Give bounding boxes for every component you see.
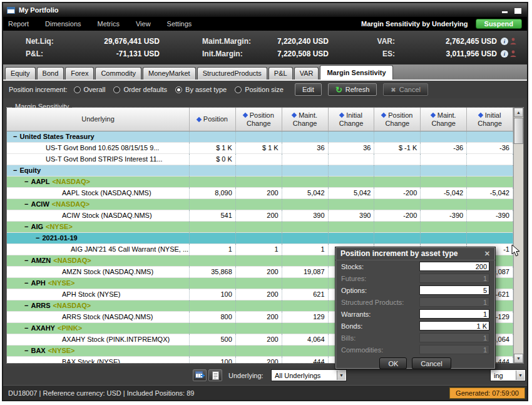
tab-bond[interactable]: Bond xyxy=(37,67,64,79)
table-row[interactable]: −2021-01-19 xyxy=(7,233,513,244)
table-row[interactable]: −AAPL<NASDAQ> xyxy=(7,177,513,188)
dialog-cancel-button[interactable]: Cancel xyxy=(412,357,451,369)
chevron-down-icon[interactable]: ▼ xyxy=(516,371,524,380)
tab-var[interactable]: VAR xyxy=(294,67,319,79)
info-icon[interactable]: i xyxy=(501,50,508,58)
value-cell: 500 xyxy=(190,334,236,346)
dialog-ok-button[interactable]: OK xyxy=(379,357,407,369)
collapse-toggle[interactable]: − xyxy=(13,131,17,142)
radio-circle[interactable] xyxy=(74,86,81,93)
column-config-icon[interactable] xyxy=(292,113,297,118)
tab-forex[interactable]: Forex xyxy=(65,67,94,79)
column-header-position-change[interactable]: PositionChange xyxy=(374,108,421,131)
table-row[interactable]: −Equity xyxy=(7,165,513,177)
column-config-icon[interactable] xyxy=(430,113,435,118)
column-header-position[interactable]: Position xyxy=(190,108,236,131)
scroll-down-button[interactable]: ▼ xyxy=(514,354,523,363)
person-icon[interactable] xyxy=(510,50,516,58)
radio-order-defaults[interactable]: Order defaults xyxy=(113,86,167,93)
column-config-icon[interactable] xyxy=(478,113,483,118)
table-row[interactable]: US-T Govt Bond STRIPS Interest 11...$ 0 … xyxy=(7,154,513,165)
table-row[interactable]: −AIG<NYSE> xyxy=(7,222,513,233)
column-header-maint-change[interactable]: Maint.Change xyxy=(421,108,467,131)
value-cell xyxy=(329,177,375,188)
radio-overall[interactable]: Overall xyxy=(74,86,106,93)
scrollbar-thumb[interactable] xyxy=(514,118,523,144)
radio-by-asset-type[interactable]: By asset type xyxy=(175,86,227,93)
menu-dimensions[interactable]: Dimensions xyxy=(45,20,81,28)
maximize-button[interactable] xyxy=(513,6,523,14)
value-cell xyxy=(236,300,282,312)
column-header-maint-change[interactable]: Maint.Change xyxy=(282,108,329,131)
radio-circle[interactable] xyxy=(175,86,182,93)
underlying-combo[interactable]: All Underlyings ▼ xyxy=(271,369,347,381)
person-icon[interactable] xyxy=(510,38,516,45)
tab-margin-sensitivity[interactable]: Margin Sensitivity xyxy=(320,65,392,79)
table-row[interactable]: ACIW Stock (NASDAQ.NMS)541200390390-200-… xyxy=(7,210,513,222)
scroll-up-button[interactable]: ▲ xyxy=(514,108,523,117)
bonds-input[interactable] xyxy=(419,321,489,331)
header-line: Position xyxy=(243,111,274,120)
exchange-tag: <NASDAQ> xyxy=(53,257,91,264)
column-header-initial-change[interactable]: InitialChange xyxy=(329,108,375,131)
tab-equity[interactable]: Equity xyxy=(5,67,36,79)
collapse-toggle[interactable]: − xyxy=(24,177,28,187)
column-config-icon[interactable] xyxy=(197,116,202,121)
bottom-right-combo[interactable]: ing ▼ xyxy=(490,369,526,381)
collapse-toggle[interactable]: − xyxy=(24,199,28,210)
radio-position-size[interactable]: Position size xyxy=(235,86,284,93)
collapse-toggle[interactable]: − xyxy=(24,255,28,266)
net-liq-label: Net.Liq: xyxy=(26,37,81,46)
collapse-toggle[interactable]: − xyxy=(24,323,28,334)
value-cell: -200 xyxy=(374,210,421,222)
refresh-button[interactable]: ↻Refresh xyxy=(328,83,377,96)
table-row[interactable]: AAPL Stock (NASDAQ.NMS)8,0902005,0425,04… xyxy=(7,188,513,199)
tab-p-l[interactable]: P&L xyxy=(269,67,293,79)
collapse-toggle[interactable]: − xyxy=(24,346,28,356)
value-cell xyxy=(421,165,467,177)
column-config-icon[interactable] xyxy=(339,113,344,118)
dialog-close-icon[interactable]: ✕ xyxy=(484,250,490,258)
collapse-toggle[interactable]: − xyxy=(24,300,28,311)
menu-report[interactable]: Report xyxy=(8,20,29,28)
radio-circle[interactable] xyxy=(235,86,242,93)
table-row[interactable]: −United States Treasury xyxy=(7,131,513,143)
stocks-input[interactable] xyxy=(419,262,489,271)
collapse-toggle[interactable]: − xyxy=(36,233,39,244)
vertical-scrollbar[interactable]: ▲ ▼ xyxy=(513,108,523,363)
cancel-button[interactable]: ✖Cancel xyxy=(383,83,428,96)
chevron-down-icon[interactable]: ▼ xyxy=(337,371,345,380)
menu-metrics[interactable]: Metrics xyxy=(98,20,120,28)
column-config-icon[interactable] xyxy=(381,113,386,118)
field-label: Bills: xyxy=(341,334,419,342)
tab-commodity[interactable]: Commodity xyxy=(95,67,141,79)
table-row[interactable]: US-T Govt Bond 10.625 08/15/15 9...$ 1 K… xyxy=(7,143,513,154)
info-icon[interactable]: i xyxy=(501,38,508,45)
table-row[interactable]: −ACIW<NASDAQ> xyxy=(7,199,513,210)
menu-settings[interactable]: Settings xyxy=(167,20,192,28)
column-header-position-change[interactable]: PositionChange xyxy=(236,108,282,131)
column-config-icon[interactable] xyxy=(242,113,247,118)
group-label-text: United States Treasury xyxy=(19,133,94,140)
column-header-initial-change[interactable]: InitialChange xyxy=(467,108,513,131)
menu-view[interactable]: View xyxy=(136,20,151,28)
notes-button[interactable] xyxy=(208,369,222,381)
account-info: DU18007 | Reference currency: USD | Incl… xyxy=(8,389,194,397)
pnl-label: P&L: xyxy=(26,49,81,58)
tab-structuredproducts[interactable]: StructuredProducts xyxy=(197,67,267,79)
underlying-cell: −AXAHY<PINK> xyxy=(7,323,190,334)
collapse-toggle[interactable]: − xyxy=(24,222,28,232)
warrants-input[interactable] xyxy=(419,309,489,319)
exchange-tag: <NYSE> xyxy=(46,223,73,230)
field-label: Stocks: xyxy=(341,263,419,270)
minimize-button[interactable] xyxy=(499,6,510,14)
edit-button[interactable]: Edit xyxy=(295,83,322,96)
column-header-underlying[interactable]: Underlying xyxy=(7,108,190,131)
radio-circle[interactable] xyxy=(113,86,120,93)
collapse-toggle[interactable]: − xyxy=(13,165,17,176)
tab-moneymarket[interactable]: MoneyMarket xyxy=(143,67,196,79)
add-table-button[interactable] xyxy=(193,369,207,381)
suspend-button[interactable]: Suspend xyxy=(476,19,522,29)
options-input[interactable] xyxy=(419,285,489,295)
collapse-toggle[interactable]: − xyxy=(24,278,28,289)
